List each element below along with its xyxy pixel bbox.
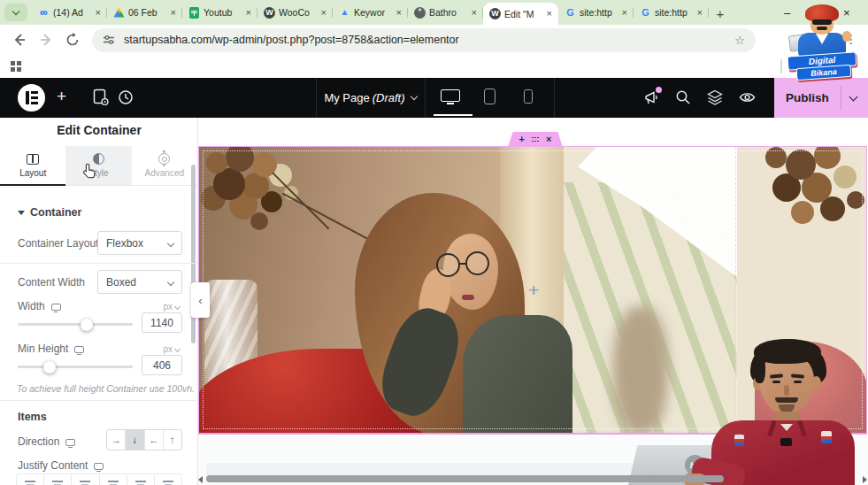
forward-icon[interactable] bbox=[39, 33, 53, 47]
add-widget-plus-icon[interactable]: + bbox=[528, 280, 539, 301]
tab-advanced[interactable]: Advanced bbox=[132, 146, 197, 185]
tab-close-icon[interactable]: × bbox=[547, 9, 552, 19]
justify-start-button[interactable] bbox=[17, 474, 44, 485]
browser-tab-active[interactable]: W Edit "M × bbox=[483, 3, 558, 25]
tab-close-icon[interactable]: × bbox=[321, 8, 326, 18]
justify-space-between-button[interactable] bbox=[100, 474, 127, 485]
browser-tab[interactable]: 06 Feb × bbox=[107, 0, 182, 25]
browser-tab[interactable]: ∞ (14) Ad × bbox=[32, 0, 107, 25]
reload-icon[interactable] bbox=[65, 33, 80, 47]
browser-tab[interactable]: ▲ Keywor × bbox=[333, 0, 408, 25]
scroll-right-arrow-icon[interactable] bbox=[863, 476, 867, 483]
chevron-down-icon bbox=[12, 7, 19, 14]
tab-search-button[interactable] bbox=[4, 4, 27, 21]
tab-close-icon[interactable]: × bbox=[622, 8, 627, 18]
tab-title: Edit "M bbox=[504, 9, 543, 19]
tab-style[interactable]: Style bbox=[65, 146, 131, 185]
wordpress-icon: W bbox=[264, 7, 275, 19]
publish-button[interactable]: Publish bbox=[774, 78, 841, 118]
direction-left-button[interactable]: ← bbox=[145, 430, 164, 450]
justify-center-button[interactable] bbox=[44, 474, 72, 485]
structure-layers-icon[interactable] bbox=[707, 89, 723, 105]
presenter-eye bbox=[794, 381, 802, 383]
tab-close-icon[interactable]: × bbox=[472, 8, 477, 18]
page-title-dropdown[interactable]: My Page (Draft) bbox=[316, 78, 425, 118]
publish-button-group: Publish bbox=[774, 78, 868, 118]
min-height-label: Min Height bbox=[18, 343, 84, 355]
browser-tab[interactable]: Youtub × bbox=[182, 0, 257, 25]
tab-title: site:http bbox=[655, 7, 694, 18]
min-height-unit-select[interactable]: px bbox=[163, 344, 180, 354]
container-layout-label: Container Layout bbox=[18, 237, 98, 250]
justify-space-evenly-button[interactable] bbox=[155, 474, 181, 485]
site-settings-icon[interactable] bbox=[103, 34, 115, 46]
tab-close-icon[interactable]: × bbox=[396, 8, 402, 18]
divider bbox=[0, 400, 198, 401]
history-icon[interactable] bbox=[118, 89, 134, 105]
browser-toolbar: startupsabha.com/wp-admin/post.php?post=… bbox=[0, 25, 868, 55]
min-height-input[interactable]: 406 bbox=[142, 355, 182, 375]
container-layout-select[interactable]: Flexbox bbox=[97, 231, 182, 255]
add-element-button[interactable]: + bbox=[57, 87, 66, 106]
direction-right-button[interactable]: → bbox=[107, 430, 126, 450]
direction-down-button[interactable]: ↓ bbox=[126, 430, 144, 450]
bookmarks-bar bbox=[0, 55, 868, 78]
width-slider-handle[interactable] bbox=[81, 319, 93, 331]
apps-grid-icon[interactable] bbox=[11, 61, 21, 72]
back-icon[interactable] bbox=[12, 33, 27, 47]
search-icon[interactable] bbox=[675, 89, 691, 105]
justify-end-button[interactable] bbox=[72, 474, 99, 485]
divider bbox=[0, 263, 198, 264]
responsive-monitor-icon[interactable] bbox=[94, 463, 104, 470]
delete-container-icon[interactable]: × bbox=[546, 135, 551, 144]
scrollbar-thumb[interactable] bbox=[206, 475, 724, 482]
panel-collapse-button[interactable]: ‹ bbox=[191, 282, 210, 318]
preview-eye-icon[interactable] bbox=[739, 90, 756, 104]
browser-tab[interactable]: * Bathro × bbox=[408, 0, 483, 25]
globe-icon: * bbox=[414, 7, 426, 19]
justify-space-around-button[interactable] bbox=[127, 474, 155, 485]
min-height-slider-handle[interactable] bbox=[43, 361, 56, 373]
direction-up-button[interactable]: ↑ bbox=[164, 430, 181, 450]
tab-close-icon[interactable]: × bbox=[697, 8, 703, 18]
device-mobile-icon[interactable] bbox=[524, 89, 533, 104]
address-bar[interactable]: startupsabha.com/wp-admin/post.php?post=… bbox=[92, 28, 756, 52]
width-unit-select[interactable]: px bbox=[163, 302, 180, 312]
new-tab-button[interactable]: + bbox=[709, 2, 732, 25]
device-tablet-icon[interactable] bbox=[484, 89, 495, 104]
width-input[interactable]: 1140 bbox=[142, 312, 182, 333]
tab-close-icon[interactable]: × bbox=[246, 8, 251, 18]
container-section-title[interactable]: Container bbox=[18, 206, 81, 219]
elementor-logo[interactable] bbox=[18, 84, 45, 112]
bookmark-star-icon[interactable]: ☆ bbox=[734, 34, 745, 47]
tab-close-icon[interactable]: × bbox=[171, 8, 176, 18]
add-container-icon[interactable]: + bbox=[519, 135, 525, 144]
responsive-monitor-icon[interactable] bbox=[65, 439, 75, 446]
url-text[interactable]: startupsabha.com/wp-admin/post.php?post=… bbox=[124, 34, 734, 46]
content-width-select[interactable]: Boxed bbox=[97, 270, 182, 294]
scroll-left-arrow-icon[interactable] bbox=[198, 476, 203, 483]
tab-title: site:http bbox=[580, 7, 618, 18]
publish-options-chevron-icon[interactable] bbox=[849, 93, 858, 102]
page-settings-icon[interactable] bbox=[93, 89, 110, 107]
browser-tab[interactable]: G site:http × bbox=[634, 0, 709, 25]
editor-canvas[interactable]: + × bbox=[198, 118, 868, 485]
width-slider[interactable] bbox=[18, 323, 133, 326]
horizontal-scrollbar[interactable] bbox=[198, 473, 868, 484]
responsive-monitor-icon[interactable] bbox=[51, 304, 61, 311]
chevron-down-icon bbox=[18, 211, 25, 215]
min-height-slider[interactable] bbox=[18, 366, 133, 368]
tab-close-icon[interactable]: × bbox=[96, 8, 101, 18]
browser-tabs: ∞ (14) Ad × 06 Feb × Youtub × W WooCo × … bbox=[32, 0, 732, 25]
tab-layout[interactable]: Layout bbox=[0, 146, 65, 185]
topbar-divider bbox=[554, 78, 555, 118]
presenter-nose bbox=[784, 385, 789, 396]
drag-handle-icon[interactable] bbox=[532, 137, 539, 142]
photo-blurred-figure bbox=[613, 306, 668, 435]
clip-on-mic bbox=[780, 438, 792, 446]
browser-tab[interactable]: W WooCo × bbox=[257, 0, 333, 25]
device-desktop-icon[interactable] bbox=[441, 89, 460, 102]
container-handle[interactable]: + × bbox=[508, 132, 563, 147]
browser-tab[interactable]: G site:http × bbox=[558, 0, 634, 25]
responsive-monitor-icon[interactable] bbox=[74, 346, 84, 353]
